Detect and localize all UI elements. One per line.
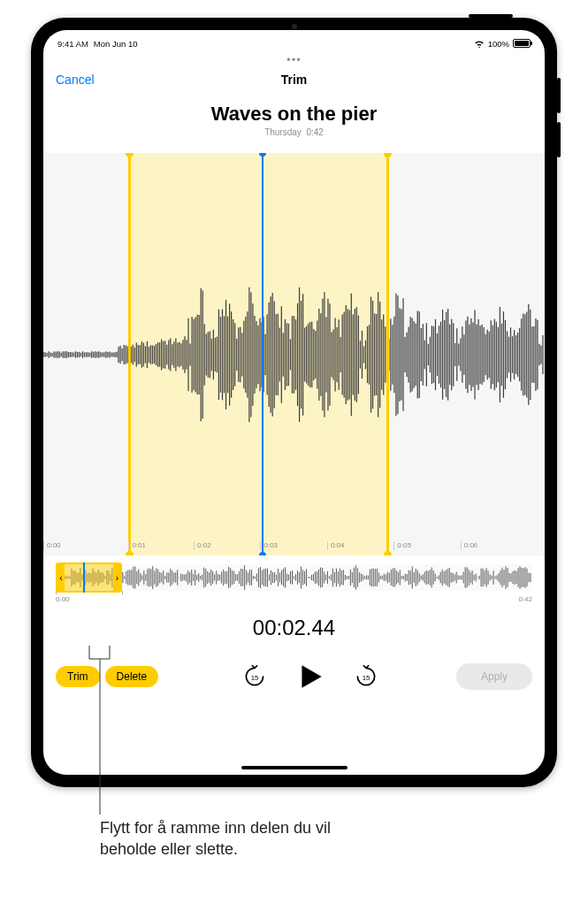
battery-pct: 100%: [488, 39, 509, 49]
home-indicator[interactable]: [241, 766, 347, 769]
timecode: 00:02.44: [43, 616, 545, 640]
status-bar: 9:41 AM Mon Jun 10 100%: [43, 34, 545, 53]
ipad-frame: 9:41 AM Mon Jun 10 100% ••• Cancel Trim …: [31, 18, 557, 787]
recording-duration: 0:42: [306, 127, 323, 137]
play-button[interactable]: [295, 662, 325, 692]
overview-strip[interactable]: ‹ › 0:00 0:42: [56, 564, 532, 603]
transport-controls: 15 15: [164, 662, 456, 692]
nav-bar: Cancel Trim: [43, 60, 545, 99]
skip-back-button[interactable]: 15: [242, 664, 267, 689]
apply-button[interactable]: Apply: [456, 663, 532, 690]
power-button: [469, 14, 513, 18]
ruler-tick: 0:03: [260, 541, 326, 550]
screen: 9:41 AM Mon Jun 10 100% ••• Cancel Trim …: [43, 30, 545, 775]
skip-forward-button[interactable]: 15: [354, 664, 378, 689]
trim-button[interactable]: Trim: [56, 666, 100, 687]
overview-end: 0:42: [518, 595, 532, 603]
camera-dot: [292, 24, 297, 29]
overview-waveform: [56, 564, 532, 591]
ruler-tick: 0:04: [327, 541, 393, 550]
volume-down-button: [557, 122, 561, 157]
ruler-tick: 0:02: [194, 541, 260, 550]
overview-trim-region[interactable]: ‹ ›: [56, 562, 122, 593]
svg-text:15: 15: [362, 674, 370, 682]
time-ruler: 0:00 0:01 0:02 0:03 0:04 0:05 0:06: [43, 541, 545, 550]
status-time: 9:41 AM: [57, 39, 88, 49]
overview-start: 0:00: [56, 595, 70, 603]
callout-text: Flytt for å ramme inn delen du vil behol…: [100, 817, 383, 861]
recording-meta: Thursday 0:42: [43, 127, 545, 137]
waveform-area[interactable]: 0:00 0:01 0:02 0:03 0:04 0:05 0:06: [43, 153, 545, 555]
recording-day: Thursday: [264, 127, 302, 137]
overview-tick: [56, 591, 57, 594]
overview-handle-left[interactable]: ‹: [57, 564, 65, 591]
cancel-button[interactable]: Cancel: [56, 73, 95, 87]
status-date: Mon Jun 10: [94, 39, 138, 49]
recording-title: Waves on the pier: [43, 103, 545, 126]
recording-header: Waves on the pier Thursday 0:42: [43, 103, 545, 137]
volume-up-button: [557, 78, 561, 113]
delete-button[interactable]: Delete: [105, 666, 159, 687]
waveform: [43, 266, 545, 443]
trim-handle-left[interactable]: [128, 153, 131, 555]
overview-playhead[interactable]: [83, 562, 85, 593]
nav-title: Trim: [281, 73, 308, 87]
wifi-icon: [474, 40, 485, 48]
battery-icon: [513, 39, 531, 48]
playhead[interactable]: [262, 153, 263, 555]
ruler-tick: 0:00: [43, 541, 128, 550]
ruler-tick: 0:05: [393, 541, 460, 550]
svg-text:15: 15: [250, 674, 258, 682]
controls-row: Trim Delete 15 15 Apply: [43, 662, 545, 692]
ruler-tick: 0:01: [128, 541, 194, 550]
ruler-tick: 0:06: [461, 541, 545, 550]
overview-handle-right[interactable]: ›: [113, 564, 120, 591]
trim-handle-right[interactable]: [386, 153, 389, 555]
overview-tick: [122, 591, 123, 594]
